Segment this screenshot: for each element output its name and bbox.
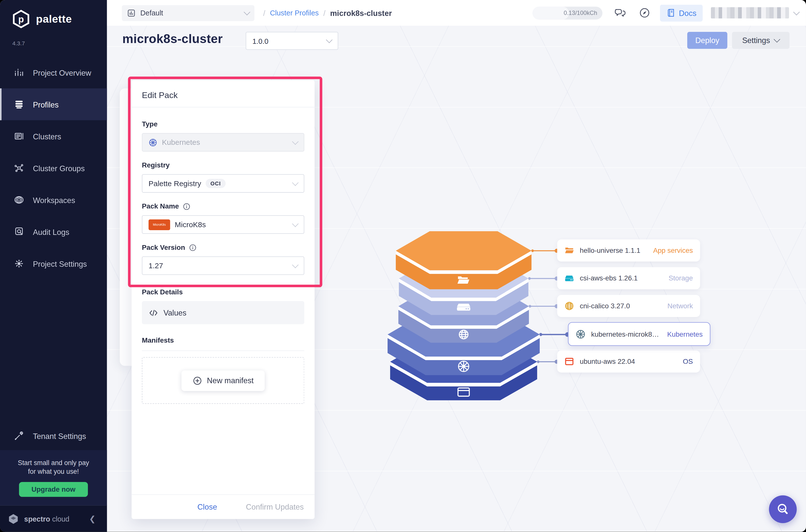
type-select[interactable]: Kubernetes	[142, 133, 304, 152]
globe-icon	[564, 301, 574, 311]
info-icon	[183, 203, 190, 210]
new-manifest-label: New manifest	[207, 376, 254, 385]
chevron-down-icon	[292, 261, 298, 268]
kubernetes-icon	[576, 329, 585, 339]
chevron-down-icon	[326, 37, 332, 43]
settings-button[interactable]: Settings	[732, 32, 790, 49]
brand-name: palette	[36, 13, 72, 25]
project-scope-dropdown[interactable]: Default	[122, 5, 255, 21]
sidebar-nav: Project Overview Profiles Clusters	[0, 56, 107, 280]
sidebar-item-audit-logs[interactable]: Audit Logs	[0, 216, 107, 248]
pack-name: kubernetes-microk8s 1...	[591, 330, 662, 338]
pack-name-label: Pack Name	[142, 203, 304, 210]
usage-meter: 0.13/100kCh	[532, 6, 602, 19]
drive-icon	[564, 273, 574, 283]
registry-value: Palette Registry	[149, 179, 201, 188]
pack-card-ubuntu-aws[interactable]: ubuntu-aws 22.04 OS	[557, 350, 700, 373]
oci-badge: OCI	[206, 179, 226, 188]
svg-text:p: p	[18, 14, 24, 24]
book-icon	[666, 8, 675, 17]
manifests-label: Manifests	[142, 337, 304, 344]
sidebar-item-label: Audit Logs	[33, 227, 69, 236]
window-icon	[564, 357, 574, 366]
sidebar-item-label: Profiles	[33, 100, 58, 109]
pack-card-kubernetes-microk8s[interactable]: kubernetes-microk8s 1... Kubernetes	[568, 322, 710, 346]
sidebar-item-workspaces[interactable]: Workspaces	[0, 184, 107, 216]
new-manifest-button[interactable]: New manifest	[181, 370, 265, 391]
pack-name-value: MicroK8s	[175, 221, 206, 229]
project-scope-value: Default	[140, 9, 163, 17]
pack-card-cni-calico[interactable]: cni-calico 3.27.0 Network	[557, 295, 700, 317]
orbit-icon	[14, 194, 25, 206]
docs-button[interactable]: Docs	[660, 4, 703, 21]
promo-line-2: for what you use!	[0, 467, 107, 476]
pack-card-hello-universe[interactable]: hello-universe 1.1.1 App services	[557, 240, 700, 262]
sidebar-item-label: Clusters	[33, 132, 61, 140]
compass-icon[interactable]	[638, 7, 651, 19]
app-version: 4.3.7	[13, 40, 25, 46]
deploy-button[interactable]: Deploy	[687, 32, 727, 49]
sidebar-item-label: Cluster Groups	[33, 164, 85, 172]
profile-version-select[interactable]: 1.0.0	[246, 32, 338, 50]
sidebar-item-project-settings[interactable]: Project Settings	[0, 248, 107, 280]
pack-name-select[interactable]: MicroK8s MicroK8s	[142, 215, 304, 234]
confirm-updates-button[interactable]: Confirm Updates	[246, 502, 304, 511]
edit-pack-panel: Edit Pack Type Kubernetes Registry Palet…	[132, 80, 315, 519]
topbar: Default / Cluster Profiles / microk8s-cl…	[107, 0, 806, 26]
collapse-sidebar-icon[interactable]: ❮	[89, 514, 99, 523]
magnifier-icon	[776, 502, 790, 517]
drive-icon	[457, 304, 470, 310]
chevron-down-icon	[292, 220, 298, 227]
usage-value: 0.13/100kCh	[564, 10, 597, 16]
promo-line-1: Start small and only pay	[0, 458, 107, 467]
registry-label: Registry	[142, 161, 304, 169]
chevron-down-icon	[292, 138, 298, 145]
breadcrumb: / Cluster Profiles / microk8s-cluster	[263, 8, 392, 17]
tools-icon	[14, 430, 25, 441]
sidebar-item-label: Project Overview	[33, 68, 91, 77]
edit-pack-title: Edit Pack	[132, 80, 315, 107]
microk8s-logo: MicroK8s	[149, 219, 170, 230]
sidebar-item-label: Project Settings	[33, 259, 87, 268]
upgrade-promo: Start small and only pay for what you us…	[0, 450, 107, 506]
spectro-cloud-logo-icon	[7, 513, 20, 525]
network-icon	[14, 163, 25, 174]
sidebar-item-cluster-groups[interactable]: Cluster Groups	[0, 152, 107, 184]
user-chevron-down-icon[interactable]	[793, 8, 800, 15]
sidebar-item-clusters[interactable]: Clusters	[0, 120, 107, 152]
folder-icon	[564, 246, 574, 255]
close-button[interactable]: Close	[198, 502, 217, 511]
type-label: Type	[142, 120, 304, 128]
project-scope-icon	[127, 8, 136, 17]
layers-icon	[14, 98, 25, 110]
registry-select[interactable]: Palette Registry OCI	[142, 174, 304, 193]
bar-chart-icon	[14, 67, 25, 78]
user-menu[interactable]	[711, 7, 789, 18]
chat-icon[interactable]	[614, 7, 626, 19]
pack-category: Storage	[669, 274, 693, 282]
sidebar-item-tenant-settings[interactable]: Tenant Settings	[0, 421, 107, 450]
breadcrumb-link-cluster-profiles[interactable]: Cluster Profiles	[270, 9, 319, 17]
pack-version-select[interactable]: 1.27	[142, 256, 304, 275]
values-button[interactable]: Values	[142, 301, 304, 324]
pack-card-csi-aws-ebs[interactable]: csi-aws-ebs 1.26.1 Storage	[557, 267, 700, 289]
kubernetes-icon	[458, 361, 469, 372]
stack-layer-app-services[interactable]	[396, 231, 531, 289]
upgrade-now-button[interactable]: Upgrade now	[19, 482, 88, 497]
app-window: p palette 4.3.7 Project Overview Profile…	[0, 0, 806, 532]
sidebar-item-label: Workspaces	[33, 195, 75, 204]
values-label: Values	[164, 308, 186, 317]
chevron-down-icon	[774, 36, 780, 42]
pack-category: App services	[653, 247, 693, 254]
zoom-fab-button[interactable]	[769, 495, 797, 523]
footer-brand: spectro	[24, 515, 50, 523]
chevron-down-icon	[292, 179, 298, 186]
sidebar-item-project-overview[interactable]: Project Overview	[0, 56, 107, 88]
pack-category: Kubernetes	[667, 330, 703, 338]
brand-logo: p palette	[0, 0, 107, 29]
footer-brand-2: cloud	[52, 515, 70, 523]
settings-label: Settings	[742, 36, 770, 45]
sidebar-item-profiles[interactable]: Profiles	[0, 88, 107, 120]
audit-icon	[14, 226, 25, 238]
plus-circle-icon	[192, 376, 202, 385]
